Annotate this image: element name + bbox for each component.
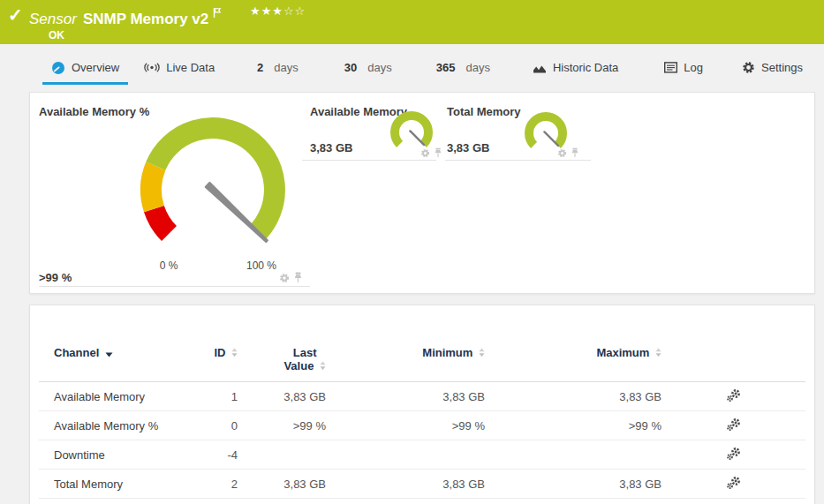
channel-name[interactable]: Available Memory [39,382,198,411]
gauge-needle [410,131,424,145]
channel-name[interactable]: Available Memory % [39,411,198,440]
tab-365-days-number: 365 [436,61,456,74]
tab-2-days-number: 2 [257,61,263,74]
total-memory-gauge-tools [557,147,579,158]
tab-log-label: Log [684,61,703,74]
sensor-title: SensorSNMP Memory v2 [29,5,222,28]
sort-icon [231,348,238,357]
main-gauge-value: >99 % [39,271,72,284]
main-gauge [129,109,297,259]
column-header-actions [661,342,805,382]
gauges-panel: Available Memory % 0 % 100 % >99 % Avail… [29,92,815,294]
gear-icon [742,61,755,74]
tab-30-days[interactable]: 30days [344,44,392,91]
channel-id: 2 [198,470,238,499]
tab-2-days-unit: days [274,61,298,74]
tab-live-data-label: Live Data [166,61,215,74]
tab-overview[interactable]: Overview [51,44,119,91]
column-header-minimum[interactable]: Minimum [326,342,485,382]
tab-365-days[interactable]: 365days [436,44,490,91]
channel-header-label: Channel [54,346,99,359]
minimum-header-label: Minimum [422,346,472,359]
channel-last-value: >99 % [238,411,326,440]
tile-divider [302,160,436,161]
channel-maximum: 3,83 GB [485,470,661,499]
tab-overview-label: Overview [72,61,119,74]
gear-icon[interactable] [420,148,430,158]
channel-settings-icon[interactable] [726,476,742,490]
channel-minimum: 3,83 GB [326,470,485,499]
sort-icon [479,348,485,357]
pin-icon[interactable] [571,147,579,158]
column-header-id[interactable]: ID [198,342,238,382]
available-memory-gauge-tools [420,147,442,158]
channel-id: -4 [198,440,238,470]
pin-icon[interactable] [434,147,442,158]
tab-log[interactable]: Log [664,44,703,91]
channel-minimum: 3,83 GB [326,382,485,411]
channel-settings-icon[interactable] [726,388,742,402]
tab-30-days-number: 30 [344,61,357,74]
channels-table: Channel ID LastValue Minimum Maximum Ava… [39,342,805,499]
channel-maximum [485,440,661,470]
live-data-icon [144,61,160,74]
channel-id: 1 [198,382,238,411]
channel-id: 0 [198,411,238,440]
channel-last-value [238,440,326,470]
sort-icon [655,348,661,357]
table-header-row: Channel ID LastValue Minimum Maximum [39,342,805,382]
tab-settings-label: Settings [761,61,803,74]
table-row: Available Memory 1 3,83 GB 3,83 GB 3,83 … [39,382,805,411]
channel-maximum: 3,83 GB [485,382,661,411]
maximum-header-label: Maximum [596,346,649,359]
tab-historic-data-label: Historic Data [553,61,618,74]
tab-historic-data[interactable]: Historic Data [533,44,618,91]
tile-divider [39,286,310,287]
gauge-needle [544,132,558,146]
sensor-name: SNMP Memory v2 [83,11,208,27]
channel-maximum: >99 % [485,411,661,440]
area-chart-icon [533,62,547,74]
flag-icon[interactable] [213,5,222,22]
last-value-header-line1: Last [293,346,317,359]
sort-icon [320,361,326,371]
channel-minimum: >99 % [326,411,485,440]
table-row: Available Memory % 0 >99 % >99 % >99 % [39,411,805,440]
available-memory-gauge-value: 3,83 GB [310,141,352,154]
tab-2-days[interactable]: 2days [257,44,299,91]
channel-last-value: 3,83 GB [238,470,326,499]
stars-empty: ☆☆ [283,4,306,18]
main-gauge-tools [279,272,303,283]
channel-name[interactable]: Downtime [39,440,198,470]
tab-30-days-unit: days [367,61,391,74]
status-badge: OK [49,29,64,41]
stars-filled: ★★★ [250,4,283,18]
log-list-icon [664,62,677,73]
gear-icon[interactable] [557,148,567,158]
tab-settings[interactable]: Settings [742,44,803,91]
channel-name[interactable]: Total Memory [39,470,198,499]
sort-desc-icon [105,352,113,357]
column-header-channel[interactable]: Channel [39,342,198,382]
main-gauge-max-label: 100 % [246,260,276,272]
channels-panel: Channel ID LastValue Minimum Maximum Ava… [29,305,815,504]
pin-icon[interactable] [293,272,303,283]
column-header-last-value[interactable]: LastValue [238,342,326,382]
sensor-status-header: ✓ SensorSNMP Memory v2 ★★★☆☆ OK [0,0,824,44]
channel-minimum [326,440,485,470]
tab-365-days-unit: days [465,61,489,74]
tab-live-data[interactable]: Live Data [144,44,215,91]
total-memory-gauge-title: Total Memory [447,105,521,118]
gauge-icon [51,61,65,75]
channel-settings-icon[interactable] [726,417,742,432]
main-gauge-min-label: 0 % [160,260,178,272]
channel-settings-icon[interactable] [726,447,742,461]
id-header-label: ID [214,346,225,359]
total-memory-gauge-value: 3,83 GB [447,141,489,154]
table-row: Total Memory 2 3,83 GB 3,83 GB 3,83 GB [39,470,805,499]
tab-bar: Overview Live Data 2days 30days 365days … [0,44,824,91]
column-header-maximum[interactable]: Maximum [485,342,661,382]
gear-icon[interactable] [279,273,290,283]
priority-stars[interactable]: ★★★☆☆ [250,4,306,18]
tile-divider [445,160,591,161]
